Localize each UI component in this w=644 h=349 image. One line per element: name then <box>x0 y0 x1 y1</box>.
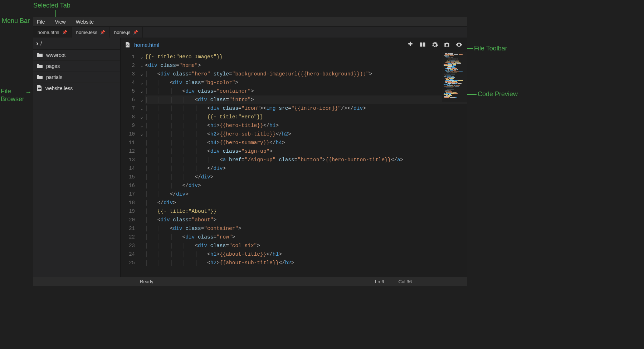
ide-window: File View Website home.html 📌 home.less … <box>33 17 467 286</box>
folder-item[interactable]: wwwroot <box>33 50 120 61</box>
menu-website[interactable]: Website <box>76 19 94 25</box>
folder-item[interactable]: pages <box>33 61 120 72</box>
tab-bar: home.html 📌 home.less 📌 home.js 📌 <box>33 27 467 38</box>
pin-icon[interactable]: 📌 <box>133 30 138 35</box>
status-ln: Ln 6 <box>375 279 384 284</box>
menu-view[interactable]: View <box>55 19 66 25</box>
chevron-right-icon: › <box>36 40 38 47</box>
tab-home-html[interactable]: home.html 📌 <box>33 27 72 38</box>
folder-icon <box>37 63 43 69</box>
folder-icon <box>37 52 43 58</box>
tab-label: home.html <box>38 30 59 35</box>
gear-icon[interactable] <box>430 40 439 49</box>
file-icon: <> <box>124 41 131 49</box>
code-area[interactable]: {{- title:"Hero Images"}}<div class="hom… <box>145 52 467 277</box>
menu-bar: File View Website <box>33 17 467 27</box>
book-icon[interactable] <box>418 40 427 49</box>
file-item[interactable]: website.less <box>33 83 120 94</box>
item-label: website.less <box>45 85 73 91</box>
tab-home-js[interactable]: home.js 📌 <box>110 27 143 38</box>
tab-label: home.less <box>76 30 97 35</box>
camera-icon[interactable] <box>443 40 451 49</box>
folder-item[interactable]: partials <box>33 72 120 83</box>
annotation-selected-tab: Selected Tab <box>33 2 70 9</box>
item-label: partials <box>46 74 62 80</box>
annotation-file-browser: File <box>1 88 11 95</box>
svg-rect-2 <box>38 89 40 89</box>
breadcrumb-path: / <box>40 41 42 46</box>
status-bar: Ready Ln 6 Col 36 <box>33 277 467 286</box>
plugin-icon[interactable] <box>406 40 415 49</box>
annotation-code-preview: Code Preview <box>478 90 518 98</box>
file-icon <box>37 85 42 92</box>
tab-home-less[interactable]: home.less 📌 <box>72 27 110 38</box>
breadcrumb[interactable]: › / <box>33 38 120 50</box>
svg-rect-0 <box>38 88 41 88</box>
item-label: wwwroot <box>46 52 65 58</box>
annotation-menu-bar: Menu Bar <box>2 17 30 25</box>
tab-label: home.js <box>114 30 131 35</box>
status-col: Col 36 <box>398 279 412 284</box>
pin-icon[interactable]: 📌 <box>62 30 67 35</box>
code-editor[interactable]: 1234567891011121314151617181920212223242… <box>121 52 467 277</box>
arrow-icon: → <box>21 19 28 26</box>
menu-file[interactable]: File <box>37 19 45 25</box>
status-state: Ready <box>140 279 153 284</box>
file-toolbar: <> home.html <box>121 38 467 52</box>
annotation-file-toolbar: File Toolbar <box>474 45 507 52</box>
pin-icon[interactable]: 📌 <box>100 30 105 35</box>
arrow-icon: → <box>25 89 31 96</box>
gutter: 1234567891011121314151617181920212223242… <box>121 52 138 277</box>
svg-rect-1 <box>38 88 41 89</box>
annotation-file-browser-2: Browser <box>1 95 24 103</box>
editor-pane: <> home.html 123456789101112131415161718… <box>121 38 467 277</box>
svg-text:<>: <> <box>126 44 129 46</box>
item-label: pages <box>46 63 60 69</box>
code-preview-minimap[interactable] <box>442 52 467 102</box>
folder-icon <box>37 74 43 80</box>
fold-column[interactable]: ⌄⌄⌄⌄⌄⌄⌄⌄⌄⌄ <box>138 52 145 277</box>
eye-icon[interactable] <box>455 40 463 49</box>
file-browser: › / wwwrootpagespartialswebsite.less <box>33 38 121 277</box>
file-name: home.html <box>134 42 159 48</box>
